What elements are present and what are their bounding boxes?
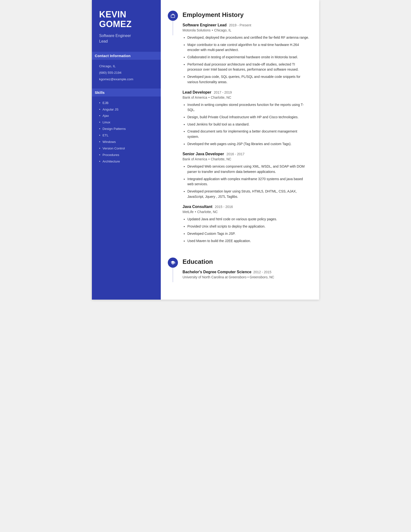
job-title: Lead Developer <box>183 90 211 95</box>
job-title: Java Consultant <box>183 205 213 209</box>
graduation-svg <box>170 260 175 265</box>
employment-heading: Employment History <box>183 10 309 19</box>
job-bullet: Design, build Private Cloud Infrastructu… <box>187 115 309 120</box>
job-bullet: Created document sets for implementing a… <box>187 129 309 139</box>
skills-section-title: Skills <box>92 88 161 96</box>
education-timeline <box>166 256 180 282</box>
job-bullet: Major contributor to a rate control algo… <box>187 42 309 53</box>
employment-section: Employment History Software Engineer Lea… <box>166 10 309 249</box>
skill-item: EJB <box>99 101 154 105</box>
timeline-line-education <box>173 268 173 282</box>
education-list: Bachelor's Degree Computer Science2012 -… <box>183 270 309 279</box>
job-company: Motorola Solutions•Chicago, IL <box>183 28 309 32</box>
skill-item: ETL <box>99 133 154 138</box>
job-dates: 2017 - 2019 <box>214 90 232 94</box>
job-dates: 2015 - 2016 <box>215 205 233 209</box>
resume-container: KEVIN GOMEZ Software EngineerLead Contac… <box>92 0 319 300</box>
candidate-title: Software EngineerLead <box>99 33 154 44</box>
job-bullet: Developed Web services component using X… <box>187 164 309 174</box>
skill-item: Angular JS <box>99 107 154 112</box>
education-section: Education Bachelor's Degree Computer Sci… <box>166 256 309 282</box>
job-bullet: Updated Java and html code on various qu… <box>187 217 309 222</box>
job-bullet: Integrated application with complex main… <box>187 177 309 187</box>
job-title: Software Engineer Lead <box>183 23 226 27</box>
job-bullet: Collaborated in testing of experimental … <box>187 55 309 60</box>
skill-item: Linux <box>99 120 154 125</box>
job-entry: Java Consultant2015 - 2016MetLife•Charlo… <box>183 205 309 244</box>
job-bullets: Developed Web services component using X… <box>183 164 309 199</box>
graduation-icon <box>168 257 178 268</box>
job-entry: Senior Java Developer2016 - 2017Bank of … <box>183 152 309 199</box>
name-first: KEVIN <box>99 10 126 19</box>
skills-section: Skills EJBAngular JSAjaxLinuxDesign Patt… <box>99 88 154 164</box>
skill-item: Version Control <box>99 146 154 151</box>
job-company: Bank of America•Charlotte, NC <box>183 157 309 161</box>
skill-item: Architecture <box>99 159 154 164</box>
contact-email: kgomez@example.com <box>99 77 154 82</box>
name-last: GOMEZ <box>99 19 132 29</box>
briefcase-icon <box>168 11 178 21</box>
employment-body: Employment History Software Engineer Lea… <box>180 10 309 249</box>
job-company: MetLife•Charlotte, NC <box>183 210 309 214</box>
job-bullet: Used Jenkins for build tool as a standar… <box>187 122 309 127</box>
job-company: Bank of America•Charlotte, NC <box>183 95 309 99</box>
candidate-name: KEVIN GOMEZ <box>99 10 154 29</box>
job-bullet: Developed Custom Tags in JSP. <box>187 231 309 237</box>
contact-city: Chicago, IL <box>99 64 154 69</box>
edu-degree-row: Bachelor's Degree Computer Science2012 -… <box>183 270 309 274</box>
job-title: Senior Java Developer <box>183 152 224 156</box>
skill-item: Procedures <box>99 153 154 157</box>
job-title-row: Senior Java Developer2016 - 2017 <box>183 152 309 156</box>
job-entry: Software Engineer Lead2019 - PresentMoto… <box>183 23 309 85</box>
skill-item: Ajax <box>99 114 154 118</box>
contact-section-title: Contact Information <box>92 52 161 60</box>
job-dates: 2016 - 2017 <box>226 152 245 156</box>
education-body: Education Bachelor's Degree Computer Sci… <box>180 256 309 279</box>
sidebar: KEVIN GOMEZ Software EngineerLead Contac… <box>92 0 161 300</box>
employment-timeline <box>166 10 180 35</box>
job-bullet: Provided Unix shell scripts to deploy th… <box>187 224 309 229</box>
job-bullet: Developed the web pages using JSP (Tag l… <box>187 142 309 147</box>
job-bullets: Updated Java and html code on various qu… <box>183 217 309 244</box>
job-title-row: Lead Developer2017 - 2019 <box>183 90 309 95</box>
job-bullet: Performed dual processor architecture an… <box>187 62 309 72</box>
job-bullet: Involved in writing complex stored proce… <box>187 102 309 113</box>
job-bullets: Involved in writing complex stored proce… <box>183 102 309 147</box>
edu-dates: 2012 - 2015 <box>253 270 271 274</box>
contact-phone: (680) 555-2194 <box>99 71 154 75</box>
job-title-row: Software Engineer Lead2019 - Present <box>183 23 309 27</box>
education-heading: Education <box>183 256 309 266</box>
skill-item: Design Patterns <box>99 127 154 131</box>
jobs-list: Software Engineer Lead2019 - PresentMoto… <box>183 23 309 244</box>
edu-degree: Bachelor's Degree Computer Science <box>183 270 252 274</box>
job-bullet: Used Maven to build the J2EE application… <box>187 238 309 244</box>
job-bullets: Developed, deployed the procedures and c… <box>183 35 309 85</box>
job-bullet: Developed java code, SQL queries, PL/SQL… <box>187 74 309 85</box>
job-dates: 2019 - Present <box>229 23 251 27</box>
briefcase-svg <box>170 13 175 18</box>
main-content: Employment History Software Engineer Lea… <box>161 0 319 300</box>
job-bullet: Developed presentation layer using Strut… <box>187 189 309 199</box>
edu-school: University of North Carolina at Greensbo… <box>183 275 309 279</box>
skills-list: EJBAngular JSAjaxLinuxDesign PatternsETL… <box>99 101 154 164</box>
job-title-row: Java Consultant2015 - 2016 <box>183 205 309 209</box>
education-entry: Bachelor's Degree Computer Science2012 -… <box>183 270 309 279</box>
job-entry: Lead Developer2017 - 2019Bank of America… <box>183 90 309 147</box>
job-bullet: Developed, deployed the procedures and c… <box>187 35 309 40</box>
timeline-line-employment <box>173 21 173 35</box>
skill-item: Windows <box>99 140 154 144</box>
